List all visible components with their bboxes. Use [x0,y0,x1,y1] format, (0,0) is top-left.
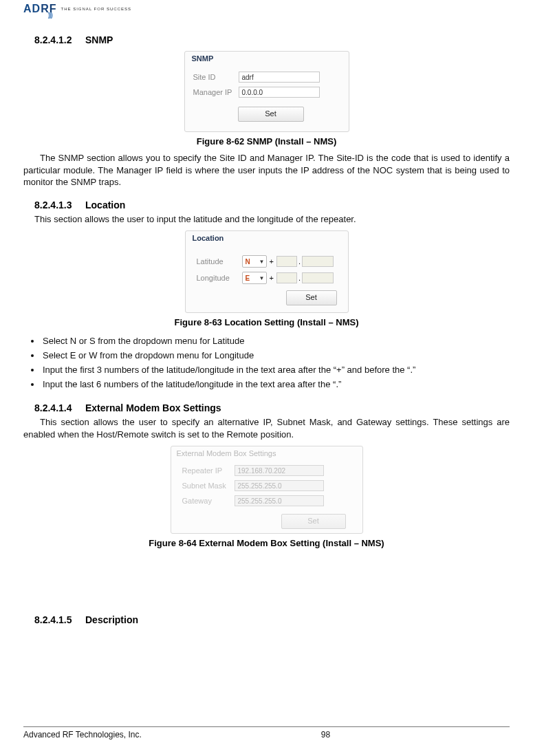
longitude-deg-input[interactable] [276,272,297,283]
footer-page-number: 98 [142,730,510,739]
figure-62-caption: Figure 8-62 SNMP (Install – NMS) [23,136,510,147]
latitude-plus: + [270,257,274,266]
section-heading-location: 8.2.4.1.3 Location [23,199,510,210]
external-modem-panel: External Modem Box Settings Repeater IP … [171,446,363,534]
snmp-panel-title: SNMP [185,52,349,69]
external-modem-panel-title: External Modem Box Settings [171,446,362,463]
logo-letter-f: F ))) [50,3,57,15]
page-header: A D R F ))) THE SIGNAL FOR SUCCESS [23,0,510,18]
chevron-down-icon: ▼ [259,275,265,281]
location-set-button[interactable]: Set [286,290,337,305]
site-id-label: Site ID [193,73,239,81]
longitude-dot: . [298,274,301,282]
manager-ip-label: Manager IP [193,88,239,96]
longitude-frac-input[interactable] [302,272,334,283]
adrf-logo: A D R F ))) [23,1,56,17]
location-panel: Location Latitude N ▼ + . Longitude [185,230,349,313]
section-heading-snmp: 8.2.4.1.2 SNMP [23,34,510,45]
latitude-frac-input[interactable] [302,256,334,267]
repeater-ip-label: Repeater IP [182,466,235,475]
chevron-down-icon: ▼ [259,259,265,265]
list-item: Select N or S from the dropdown menu for… [41,334,510,349]
snmp-paragraph: The SNMP section allows you to specify t… [23,152,510,188]
longitude-select-value: E [246,274,250,282]
gateway-input[interactable]: 255.255.255.0 [235,495,324,506]
location-intro-paragraph: This section allows the user to input th… [34,213,510,226]
latitude-select-value: N [246,258,250,266]
figure-64-caption: Figure 8-64 External Modem Box Setting (… [23,538,510,548]
snmp-panel: SNMP Site ID adrf Manager IP 0.0.0.0 Set [184,51,349,132]
longitude-plus: + [270,274,274,282]
location-panel-title: Location [186,231,348,249]
section-title: External Modem Box Settings [85,402,221,413]
section-title: Description [85,614,138,625]
longitude-select[interactable]: E ▼ [242,272,267,284]
latitude-deg-input[interactable] [276,256,297,267]
manager-ip-input[interactable]: 0.0.0.0 [239,87,320,98]
location-instructions-list: Select N or S from the dropdown menu for… [23,334,510,391]
subnet-mask-label: Subnet Mask [182,482,235,490]
logo-tagline: THE SIGNAL FOR SUCCESS [61,7,131,11]
list-item: Select E or W from the dropdown menu for… [41,349,510,363]
latitude-dot: . [298,257,301,266]
figure-63-caption: Figure 8-63 Location Setting (Install – … [23,317,510,327]
longitude-label: Longitude [197,274,242,282]
site-id-input[interactable]: adrf [239,72,320,83]
section-title: SNMP [85,34,113,45]
logo-letter-d: D [32,3,41,15]
list-item: Input the first 3 numbers of the latitud… [41,363,510,378]
logo-letter-a: A [23,3,32,15]
snmp-set-button[interactable]: Set [238,107,304,122]
gateway-label: Gateway [182,497,235,505]
section-number: 8.2.4.1.4 [34,402,85,413]
section-number: 8.2.4.1.5 [34,614,85,625]
repeater-ip-input[interactable]: 192.168.70.202 [235,465,324,476]
latitude-select[interactable]: N ▼ [242,255,267,268]
section-heading-description: 8.2.4.1.5 Description [23,614,510,625]
section-number: 8.2.4.1.2 [34,34,85,45]
section-number: 8.2.4.1.3 [34,199,85,210]
list-item: Input the last 6 numbers of the latitude… [41,378,510,392]
subnet-mask-input[interactable]: 255.255.255.0 [235,480,324,491]
external-modem-paragraph: This section allows the user to specify … [23,416,510,440]
page-footer: Advanced RF Technologies, Inc. 98 [23,726,510,739]
section-title: Location [85,199,125,210]
footer-company: Advanced RF Technologies, Inc. [23,730,142,739]
external-modem-set-button[interactable]: Set [281,514,346,529]
section-heading-external-modem: 8.2.4.1.4 External Modem Box Settings [23,402,510,413]
latitude-label: Latitude [197,257,242,266]
logo-waves-icon: ))) [48,12,52,19]
